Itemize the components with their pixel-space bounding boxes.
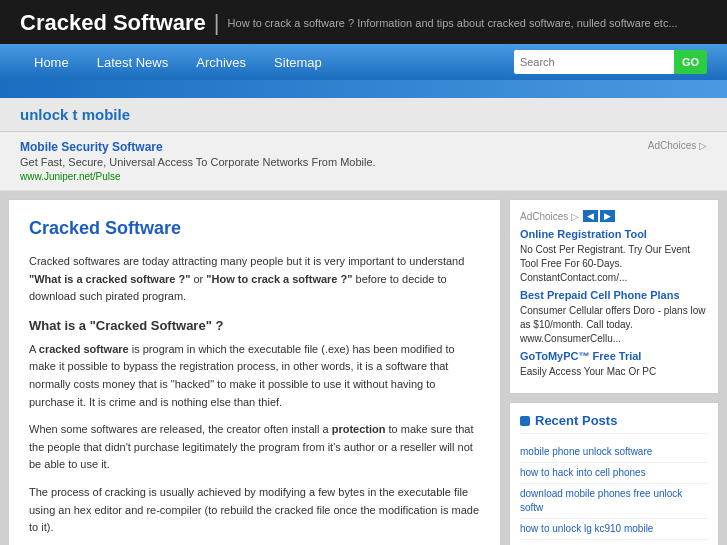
nav-sitemap[interactable]: Sitemap [260,47,336,78]
recent-posts-list: mobile phone unlock softwarehow to hack … [520,442,708,545]
ad-sidebar: AdChoices ▷ ◀ ▶ Online Registration Tool… [509,199,719,394]
content-area: Cracked Software Cracked softwares are t… [8,199,501,545]
para3: The process of cracking is usually achie… [29,484,480,537]
content-title: Cracked Software [29,218,480,239]
para2-strong: protection [332,423,386,435]
recent-post-item[interactable]: unlock code t mobile blackberry 8900 [520,540,708,545]
recent-posts-widget: Recent Posts mobile phone unlock softwar… [509,402,719,545]
recent-post-item[interactable]: how to unlock lg kc910 mobile [520,519,708,540]
ad-desc: Get Fast, Secure, Universal Access To Co… [20,156,707,168]
right-sidebar: AdChoices ▷ ◀ ▶ Online Registration Tool… [509,199,719,545]
main-container: Cracked Software Cracked softwares are t… [0,191,727,545]
search-button[interactable]: GO [674,50,707,74]
search-input[interactable] [514,50,674,74]
search-term-text: unlock t mobile [20,106,130,123]
header-separator: | [214,10,220,36]
ad-item1-title[interactable]: Online Registration Tool [520,228,708,240]
para1-before: A [29,343,39,355]
ad-item3-desc: Easily Access Your Mac Or PC [520,365,708,379]
search-term-bar: unlock t mobile [0,98,727,132]
nav-archives[interactable]: Archives [182,47,260,78]
para2: When some softwares are released, the cr… [29,421,480,474]
site-header: Cracked Software | How to crack a softwa… [0,0,727,44]
para2-before: When some softwares are released, the cr… [29,423,332,435]
nav-home[interactable]: Home [20,47,83,78]
intro-text-mid: or [190,273,206,285]
recent-posts-title: Recent Posts [535,413,617,428]
ad-prev-button[interactable]: ◀ [583,210,598,222]
nav-latest-news[interactable]: Latest News [83,47,183,78]
nav-bar: Home Latest News Archives Sitemap GO [0,44,727,80]
intro-text-before: Cracked softwares are today attracting m… [29,255,464,267]
intro-strong2: "How to crack a software ?" [206,273,352,285]
recent-posts-icon [520,416,530,426]
recent-posts-header: Recent Posts [520,413,708,434]
search-area: GO [514,50,707,74]
ad-link[interactable]: Mobile Security Software [20,140,707,154]
para1: A cracked software is program in which t… [29,341,480,411]
para1-strong: cracked software [39,343,129,355]
ad-choices-label: AdChoices ▷ [520,211,579,222]
recent-post-item[interactable]: how to hack into cell phones [520,463,708,484]
ad-bar: Mobile Security Software Get Fast, Secur… [0,132,727,191]
site-tagline: How to crack a software ? Information an… [228,17,707,29]
intro-strong1: "What is a cracked software ?" [29,273,190,285]
recent-post-item[interactable]: download mobile phones free unlock softw [520,484,708,519]
ad-choices: AdChoices ▷ [648,140,707,151]
section-heading: What is a "Cracked Software" ? [29,318,480,333]
blue-banner [0,80,727,98]
ad-choices-sidebar: AdChoices ▷ ◀ ▶ [520,210,708,222]
content-intro: Cracked softwares are today attracting m… [29,253,480,306]
ad-next-button[interactable]: ▶ [600,210,615,222]
ad-item2-title[interactable]: Best Prepaid Cell Phone Plans [520,289,708,301]
ad-url: www.Juniper.net/Pulse [20,171,121,182]
ad-item1-desc: No Cost Per Registrant. Try Our Event To… [520,243,708,285]
ad-item2-desc: Consumer Cellular offers Doro - plans lo… [520,304,708,346]
recent-post-item[interactable]: mobile phone unlock software [520,442,708,463]
ad-nav-arrows: ◀ ▶ [583,210,615,222]
ad-item3-title[interactable]: GoToMyPC™ Free Trial [520,350,708,362]
site-title: Cracked Software [20,10,206,36]
